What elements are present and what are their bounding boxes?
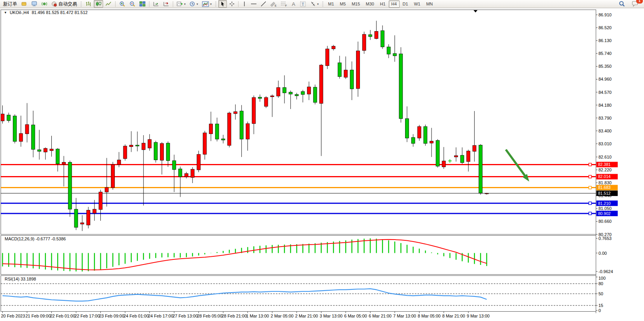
trendline-icon bbox=[261, 1, 266, 7]
yellow-box-icon bbox=[21, 1, 27, 7]
svg-text:83.790: 83.790 bbox=[598, 116, 612, 120]
timeframe-button-D1[interactable]: D1 bbox=[400, 0, 411, 8]
toolbar-grip[interactable] bbox=[215, 1, 217, 7]
timeframes-dropdown-caret[interactable]: ▾ bbox=[197, 2, 198, 6]
templates-button[interactable]: ▾ bbox=[200, 0, 213, 8]
level-line-handle[interactable] bbox=[589, 163, 591, 166]
templates-dropdown-caret[interactable]: ▾ bbox=[210, 2, 212, 6]
horizontal-line-tool-button[interactable] bbox=[249, 0, 258, 8]
svg-text:86.520: 86.520 bbox=[598, 25, 612, 30]
text-tool-button[interactable]: A bbox=[290, 0, 298, 8]
macd-indicator-label: MACD(12,26,9) -0.6777 -0.5386 bbox=[5, 236, 66, 241]
timeframe-button-M30[interactable]: M30 bbox=[363, 0, 377, 8]
symbol-dropdown-icon[interactable]: ▼ bbox=[4, 11, 7, 14]
indicators-dropdown-caret[interactable]: ▾ bbox=[184, 2, 186, 6]
add-indicator-icon bbox=[177, 1, 183, 7]
horizontal-line-icon bbox=[251, 1, 257, 7]
svg-text:15: 15 bbox=[598, 303, 603, 308]
svg-text:80.660: 80.660 bbox=[598, 219, 612, 224]
level-line-handle[interactable] bbox=[589, 175, 591, 178]
fibonacci-tool-button[interactable]: F bbox=[279, 0, 289, 8]
timeframe-button-M1[interactable]: M1 bbox=[325, 0, 337, 8]
vertical-line-icon bbox=[242, 1, 247, 7]
svg-text:86.910: 86.910 bbox=[598, 12, 612, 17]
arrow-objects-icon bbox=[310, 1, 316, 7]
svg-text:84.960: 84.960 bbox=[598, 77, 612, 81]
toolbar-grip[interactable] bbox=[80, 1, 82, 7]
toolbar: 新订单 自动交易 bbox=[0, 0, 644, 8]
timeframe-button-W1[interactable]: W1 bbox=[411, 0, 423, 8]
auto-trading-icon bbox=[51, 1, 57, 7]
svg-text:20 Feb 2023: 20 Feb 2023 bbox=[1, 314, 25, 318]
channel-icon: E bbox=[270, 1, 277, 7]
svg-text:0.7653: 0.7653 bbox=[598, 236, 612, 241]
level-line-handle[interactable] bbox=[589, 212, 591, 215]
svg-text:81.512: 81.512 bbox=[598, 191, 611, 196]
profile-icon[interactable] bbox=[19, 0, 29, 8]
indicators-button[interactable]: ▾ bbox=[175, 0, 187, 8]
search-icon bbox=[619, 1, 625, 7]
svg-text:82.381: 82.381 bbox=[598, 162, 611, 167]
toolbar-right-group: 1 bbox=[617, 0, 642, 8]
level-line-handle[interactable] bbox=[589, 186, 591, 189]
search-button[interactable] bbox=[617, 0, 627, 8]
signal-broadcast-icon bbox=[41, 1, 47, 7]
trading-terminal-window: 新订单 自动交易 bbox=[0, 0, 644, 321]
timeframe-button-MN[interactable]: MN bbox=[423, 0, 435, 8]
timeframe-button-M5[interactable]: M5 bbox=[337, 0, 348, 8]
svg-text:22 Feb 17:00: 22 Feb 17:00 bbox=[75, 314, 100, 318]
equidistant-channel-tool-button[interactable]: E bbox=[268, 0, 278, 8]
svg-text:E: E bbox=[275, 4, 277, 7]
svg-text:-0.9624: -0.9624 bbox=[598, 269, 613, 274]
ohlc-bars-icon bbox=[85, 1, 91, 7]
timeframe-button-H1[interactable]: H1 bbox=[377, 0, 388, 8]
new-order-button[interactable]: 新订单 bbox=[2, 0, 19, 7]
svg-text:82.014: 82.014 bbox=[598, 174, 611, 179]
chart-canvas[interactable]: 86.91086.52086.13085.74085.35084.96084.5… bbox=[0, 0, 644, 321]
line-chart-icon bbox=[105, 1, 112, 7]
svg-text:81.683: 81.683 bbox=[598, 185, 611, 190]
chart-shift-button[interactable] bbox=[161, 0, 171, 8]
cursor-tool-button[interactable] bbox=[218, 0, 227, 8]
arrows-tool-button[interactable]: ▾ bbox=[309, 0, 320, 8]
timeframe-button-H4[interactable]: H4 bbox=[389, 0, 400, 8]
bar-chart-mode-button[interactable] bbox=[84, 0, 93, 8]
line-chart-mode-button[interactable] bbox=[104, 0, 113, 8]
level-line-handle[interactable] bbox=[589, 202, 591, 205]
candlestick-mode-button[interactable] bbox=[94, 0, 103, 8]
svg-text:27 Feb 13:00: 27 Feb 13:00 bbox=[173, 314, 198, 318]
svg-text:82.220: 82.220 bbox=[598, 168, 612, 172]
tile-windows-button[interactable] bbox=[138, 0, 147, 8]
signals-icon[interactable] bbox=[40, 0, 49, 8]
svg-text:0.00: 0.00 bbox=[598, 251, 607, 256]
auto-trading-label: 自动交易 bbox=[58, 1, 77, 7]
vertical-line-tool-button[interactable] bbox=[240, 0, 248, 8]
symbol-period-label: UKOil-,H4 bbox=[10, 10, 29, 15]
notification-badge: 1 bbox=[636, 0, 643, 4]
toolbar-separator bbox=[238, 1, 239, 7]
svg-text:6 Mar 05:00: 6 Mar 05:00 bbox=[344, 314, 367, 318]
rsi-indicator-label: RSI(14) 33.1898 bbox=[5, 277, 36, 281]
arrows-dropdown-caret[interactable]: ▾ bbox=[317, 2, 319, 6]
toolbar-separator bbox=[149, 1, 149, 7]
notifications-button[interactable]: 1 bbox=[630, 0, 640, 8]
svg-text:9 Mar 13:00: 9 Mar 13:00 bbox=[467, 314, 490, 318]
trendline-tool-button[interactable] bbox=[259, 0, 268, 8]
zoom-out-button[interactable] bbox=[128, 0, 137, 8]
timeframes-button[interactable]: ▾ bbox=[188, 0, 200, 8]
chart-title: ▼ UKOil-,H4 81.496 81.525 81.472 81.512 bbox=[4, 10, 88, 15]
auto-trading-button[interactable]: 自动交易 bbox=[50, 0, 79, 7]
auto-scroll-button[interactable] bbox=[151, 0, 161, 8]
zoom-out-icon bbox=[129, 1, 135, 7]
timeframe-button-M15[interactable]: M15 bbox=[349, 0, 363, 8]
chart-shift-icon bbox=[163, 1, 169, 7]
text-a-icon: A bbox=[291, 1, 296, 7]
zoom-in-button[interactable] bbox=[118, 0, 127, 8]
crosshair-tool-button[interactable] bbox=[228, 0, 236, 8]
toolbar-grip[interactable] bbox=[322, 1, 324, 7]
toolbar-separator bbox=[115, 1, 116, 7]
text-label-tool-button[interactable]: T bbox=[298, 0, 308, 8]
market-watch-icon[interactable] bbox=[30, 0, 39, 8]
svg-text:24 Feb 01:00: 24 Feb 01:00 bbox=[124, 314, 149, 318]
svg-text:80.902: 80.902 bbox=[598, 211, 611, 216]
